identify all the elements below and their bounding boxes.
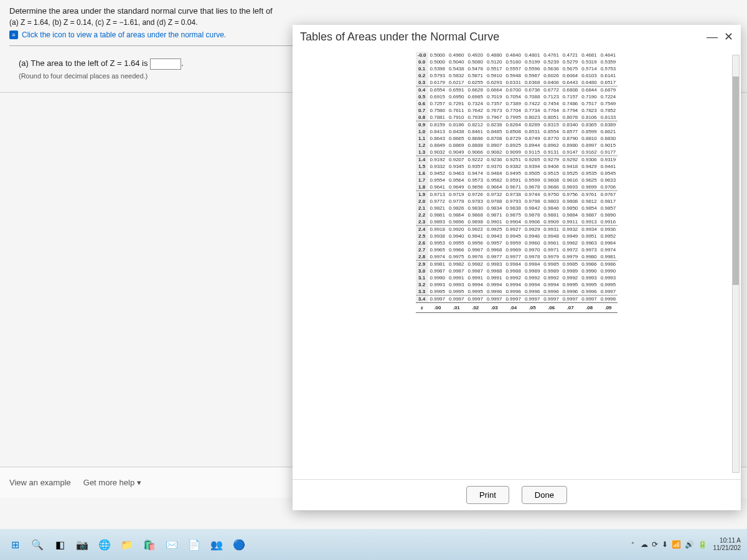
table-cell: 0.8340: [561, 121, 580, 129]
table-cell: 0.9793: [504, 198, 522, 205]
start-icon[interactable]: ⊞: [6, 536, 24, 553]
table-cell: 0.7549: [599, 100, 618, 107]
table-cell: 0.8186: [447, 121, 466, 129]
table-cell: 0.9162: [580, 149, 598, 156]
table-cell: 0.8997: [580, 142, 598, 149]
explorer-icon[interactable]: 📁: [118, 536, 136, 553]
table-cell: 0.9750: [542, 191, 560, 198]
table-cell: 0.9980: [580, 253, 598, 261]
table-cell: 0.9995: [447, 288, 466, 296]
volume-icon[interactable]: 🔊: [685, 540, 694, 549]
table-cell: 0.8708: [485, 135, 504, 142]
table-cell: 0.9996: [523, 288, 542, 296]
office-icon[interactable]: 📄: [186, 536, 203, 553]
table-cell: 0.9946: [523, 233, 542, 240]
z-value: 1.5: [416, 163, 428, 170]
table-cell: 0.6141: [599, 72, 618, 79]
edge-icon[interactable]: 🌐: [96, 536, 113, 553]
table-cell: 0.6026: [542, 72, 560, 79]
table-cell: 0.9505: [523, 170, 542, 177]
table-cell: 0.9945: [504, 233, 522, 240]
table-cell: 0.9904: [504, 218, 522, 226]
z-value: 2.5: [416, 233, 428, 240]
table-cell: 0.8888: [466, 142, 484, 149]
table-cell: 0.9744: [523, 191, 542, 198]
table-cell: 0.9997: [599, 288, 618, 296]
print-button[interactable]: Print: [466, 486, 509, 504]
table-cell: 0.5714: [580, 65, 598, 72]
table-cell: 0.4920: [466, 52, 484, 58]
table-cell: 0.9525: [561, 170, 580, 177]
get-help-link[interactable]: Get more help ▾: [83, 478, 141, 487]
scrollbar[interactable]: [732, 55, 740, 473]
table-cell: 0.6217: [447, 79, 466, 86]
table-cell: 0.9941: [466, 233, 484, 240]
table-cell: 0.9996: [504, 288, 522, 296]
table-cell: 0.9032: [428, 149, 447, 156]
table-cell: 0.7794: [561, 107, 580, 114]
table-cell: 0.5910: [485, 72, 504, 79]
table-cell: 0.8554: [542, 128, 560, 135]
table-cell: 0.9995: [428, 288, 447, 296]
view-example-link[interactable]: View an example: [9, 478, 71, 487]
table-cell: 0.9992: [561, 274, 580, 281]
onedrive-icon[interactable]: ☁: [641, 540, 648, 549]
table-cell: 0.9974: [428, 253, 447, 261]
close-icon[interactable]: ✕: [724, 30, 733, 44]
table-cell: 0.9938: [428, 233, 447, 240]
battery-icon[interactable]: 🔋: [698, 540, 707, 549]
table-cell: 0.9978: [523, 253, 542, 261]
table-cell: 0.5478: [466, 65, 484, 72]
table-cell: 0.6591: [447, 86, 466, 94]
table-cell: 0.9834: [485, 205, 504, 212]
dropdown-icon: ▾: [137, 478, 141, 487]
table-cell: 0.9671: [504, 184, 522, 191]
table-cell: 0.8621: [599, 128, 618, 135]
table-cell: 0.9429: [580, 163, 598, 170]
clock[interactable]: 10:11 A 11/21/202: [713, 537, 741, 552]
table-cell: 0.9761: [580, 191, 598, 198]
task-view-icon[interactable]: ◧: [51, 536, 68, 553]
table-cell: 0.9953: [428, 240, 447, 246]
table-cell: 0.9452: [428, 170, 447, 177]
table-cell: 0.6517: [599, 79, 618, 86]
table-row: 1.70.95540.95640.95730.95820.95910.95990…: [416, 177, 618, 184]
table-cell: 0.8264: [504, 121, 522, 129]
table-row: 3.20.99930.99930.99940.99940.99940.99940…: [416, 281, 618, 288]
table-cell: 0.7224: [599, 93, 618, 100]
table-cell: 0.9984: [523, 261, 542, 268]
table-cell: 0.9279: [542, 156, 560, 164]
table-cell: 0.9936: [599, 226, 618, 233]
answer-input[interactable]: [150, 58, 181, 70]
table-cell: 0.9817: [599, 198, 618, 205]
done-button[interactable]: Done: [522, 486, 567, 504]
store-icon[interactable]: 🛍️: [141, 536, 158, 553]
search-icon[interactable]: 🔍: [29, 536, 46, 553]
sync-icon[interactable]: ⟳: [652, 540, 658, 549]
tray-chevron-icon[interactable]: ˄: [631, 541, 634, 548]
table-cell: 0.9222: [466, 156, 484, 164]
z-value: 0.8: [416, 114, 428, 121]
time: 10:11 A: [713, 537, 741, 544]
table-cell: 0.9871: [485, 212, 504, 218]
mail-icon[interactable]: ✉️: [163, 536, 181, 553]
table-cell: 0.9987: [428, 268, 447, 274]
teams-icon[interactable]: 👥: [208, 536, 225, 553]
table-cell: 0.9803: [542, 198, 560, 205]
column-header: .09: [599, 303, 618, 313]
wifi-icon[interactable]: 📶: [672, 540, 681, 549]
table-cell: 0.6331: [504, 79, 522, 86]
chrome-icon[interactable]: 🔵: [230, 536, 248, 553]
table-cell: 0.9997: [485, 296, 504, 303]
minimize-icon[interactable]: —: [707, 30, 718, 44]
table-cell: 0.9131: [542, 149, 560, 156]
download-icon[interactable]: ⬇: [662, 540, 668, 549]
modal-body: -0.00.50000.49600.49200.48800.48400.4801…: [293, 49, 741, 479]
table-cell: 0.9808: [561, 198, 580, 205]
table-cell: 0.9893: [428, 218, 447, 226]
table-cell: 0.7611: [447, 107, 466, 114]
scroll-thumb[interactable]: [733, 77, 739, 285]
camera-icon[interactable]: 📷: [73, 536, 91, 553]
z-value: 0.4: [416, 86, 428, 94]
table-cell: 0.8389: [599, 121, 618, 129]
